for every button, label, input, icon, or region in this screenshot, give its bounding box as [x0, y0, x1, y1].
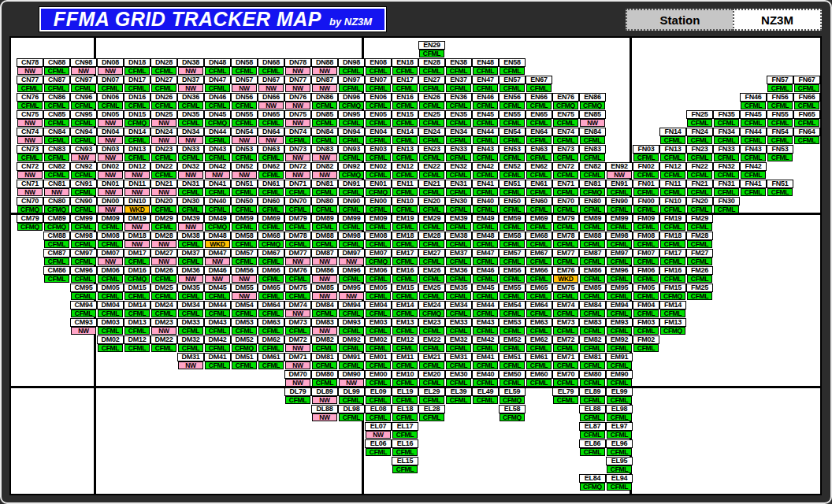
grid-cell[interactable]: DN74CFML — [284, 128, 311, 145]
grid-cell[interactable]: DM18NW — [124, 232, 150, 249]
grid-cell[interactable]: EM34CFML — [445, 301, 472, 318]
grid-cell[interactable]: EM15CFML — [392, 284, 418, 301]
grid-cell[interactable]: EN71CFML — [552, 180, 579, 197]
grid-cell[interactable]: DN97CFML — [338, 76, 365, 93]
grid-cell[interactable]: DN46CFML — [204, 93, 231, 110]
grid-cell[interactable]: EL94CFML — [606, 474, 633, 491]
grid-cell[interactable]: DM68CFMQ — [258, 232, 284, 249]
grid-cell[interactable]: EM93CFML — [606, 318, 633, 335]
grid-cell[interactable]: CM98CFML — [70, 232, 97, 249]
grid-cell[interactable]: FM05CFML — [633, 284, 659, 301]
grid-cell[interactable]: DN38NW — [177, 58, 204, 76]
grid-cell[interactable]: CM97CFML — [70, 249, 97, 266]
grid-cell[interactable]: DM81CFML — [311, 353, 338, 370]
grid-cell[interactable]: DM32CFML — [177, 335, 204, 353]
grid-cell[interactable]: DN57NW — [231, 76, 258, 93]
grid-cell[interactable]: DN83NW — [311, 145, 338, 162]
grid-cell[interactable]: EM72CFML — [552, 335, 579, 353]
grid-cell[interactable]: DM16CFMQ — [124, 266, 150, 284]
grid-cell[interactable]: EN23CFML — [418, 145, 445, 162]
grid-cell[interactable]: EM57CFML — [499, 249, 526, 266]
grid-cell[interactable]: DM27NW — [150, 249, 177, 266]
grid-cell[interactable]: EL79CFML — [552, 387, 579, 405]
grid-cell[interactable]: DN03NW — [97, 145, 124, 162]
grid-cell[interactable]: DN91CFML — [338, 180, 365, 197]
grid-cell[interactable]: EN04CFML — [365, 128, 392, 145]
grid-cell[interactable]: EM51CFML — [499, 353, 526, 370]
grid-cell[interactable]: EN41CFML — [472, 180, 499, 197]
grid-cell[interactable]: CN94CFML — [70, 128, 97, 145]
grid-cell[interactable]: EN92NW — [606, 162, 633, 180]
grid-cell[interactable]: EN51CFML — [499, 180, 526, 197]
grid-cell[interactable]: FM28CFML — [686, 232, 713, 249]
grid-cell[interactable]: DM71NW — [284, 353, 311, 370]
grid-cell[interactable]: FN67CFML — [793, 76, 820, 93]
grid-cell[interactable]: CN81NW — [43, 180, 70, 197]
grid-cell[interactable]: FN45CFML — [740, 110, 767, 128]
grid-cell[interactable]: DN76NW — [284, 93, 311, 110]
grid-cell[interactable]: CN95CFML — [70, 110, 97, 128]
grid-cell[interactable]: CM96CFML — [70, 266, 97, 284]
grid-cell[interactable]: DM89CFML — [311, 214, 338, 232]
grid-cell[interactable]: DM67CFML — [258, 249, 284, 266]
grid-cell[interactable]: CN92CFML — [70, 162, 97, 180]
grid-cell[interactable]: EM44CFML — [472, 301, 499, 318]
grid-cell[interactable]: DM61CFML — [258, 353, 284, 370]
grid-cell[interactable]: EM33CFML — [445, 318, 472, 335]
grid-cell[interactable]: EM27CFML — [418, 249, 445, 266]
grid-cell[interactable]: EM96CFML — [606, 266, 633, 284]
grid-cell[interactable]: EM59CFML — [499, 214, 526, 232]
grid-cell[interactable]: EN90CFML — [606, 197, 633, 214]
grid-cell[interactable]: EN62CFML — [526, 162, 552, 180]
grid-cell[interactable]: DM24CFML — [150, 301, 177, 318]
grid-cell[interactable]: EM45CFML — [472, 284, 499, 301]
grid-cell[interactable]: DN51CFML — [231, 180, 258, 197]
grid-cell[interactable]: EM70CFML — [552, 370, 579, 387]
grid-cell[interactable]: EM31CFML — [445, 353, 472, 370]
grid-cell[interactable]: DM42CFML — [204, 335, 231, 353]
grid-cell[interactable]: DM98CFML — [338, 232, 365, 249]
grid-cell[interactable]: EM40CFML — [472, 370, 499, 387]
grid-cell[interactable]: FM04CFML — [633, 301, 659, 318]
grid-cell[interactable]: DM78CFML — [284, 232, 311, 249]
grid-cell[interactable]: DM17CFML — [124, 249, 150, 266]
grid-cell[interactable]: FN30CFML — [713, 197, 740, 214]
grid-cell[interactable]: EM98CFML — [606, 232, 633, 249]
grid-cell[interactable]: DL99CFML — [338, 387, 365, 405]
grid-cell[interactable]: EM69CFML — [526, 214, 552, 232]
grid-cell[interactable]: DN34NW — [177, 128, 204, 145]
grid-cell[interactable]: EL84CFMQ — [579, 474, 606, 491]
grid-cell[interactable]: EN45CFML — [472, 110, 499, 128]
grid-cell[interactable]: EM77CFML — [552, 249, 579, 266]
grid-cell[interactable]: EM20CFML — [418, 370, 445, 387]
grid-cell[interactable]: DN26CFML — [150, 93, 177, 110]
grid-cell[interactable]: EM21CFML — [418, 353, 445, 370]
grid-cell[interactable]: EM30CFML — [445, 370, 472, 387]
grid-cell[interactable]: DN42NW — [204, 162, 231, 180]
grid-cell[interactable]: DM51CFML — [231, 353, 258, 370]
grid-cell[interactable]: EN38CFML — [445, 58, 472, 76]
grid-cell[interactable]: CN96CFML — [70, 93, 97, 110]
grid-cell[interactable]: DM08CFML — [97, 232, 124, 249]
grid-cell[interactable]: FN01CFML — [633, 180, 659, 197]
grid-cell[interactable]: DN65CFML — [258, 110, 284, 128]
grid-cell[interactable]: EN66CFML — [526, 93, 552, 110]
grid-cell[interactable]: EM95CFML — [606, 284, 633, 301]
grid-cell[interactable]: EN53CFML — [499, 145, 526, 162]
grid-cell[interactable]: EN27CFML — [418, 76, 445, 93]
grid-cell[interactable]: EN84CFML — [579, 128, 606, 145]
grid-cell[interactable]: FM13CFMQ — [659, 318, 686, 335]
grid-cell[interactable]: DN44CFML — [204, 128, 231, 145]
grid-cell[interactable]: DM28NW — [150, 232, 177, 249]
grid-cell[interactable]: DN17CFML — [124, 76, 150, 93]
grid-cell[interactable]: DL88NW — [311, 405, 338, 422]
grid-cell[interactable]: CN73CFML — [17, 145, 43, 162]
grid-cell[interactable]: DN67NW — [258, 76, 284, 93]
grid-cell[interactable]: EN08CFML — [365, 58, 392, 76]
grid-cell[interactable]: EM17CFML — [392, 249, 418, 266]
grid-cell[interactable]: FM07CFML — [633, 249, 659, 266]
grid-cell[interactable]: EN91CFML — [606, 180, 633, 197]
grid-cell[interactable]: DN53CFML — [231, 145, 258, 162]
grid-cell[interactable]: EN55CFML — [499, 110, 526, 128]
grid-cell[interactable]: EN60CFML — [526, 197, 552, 214]
